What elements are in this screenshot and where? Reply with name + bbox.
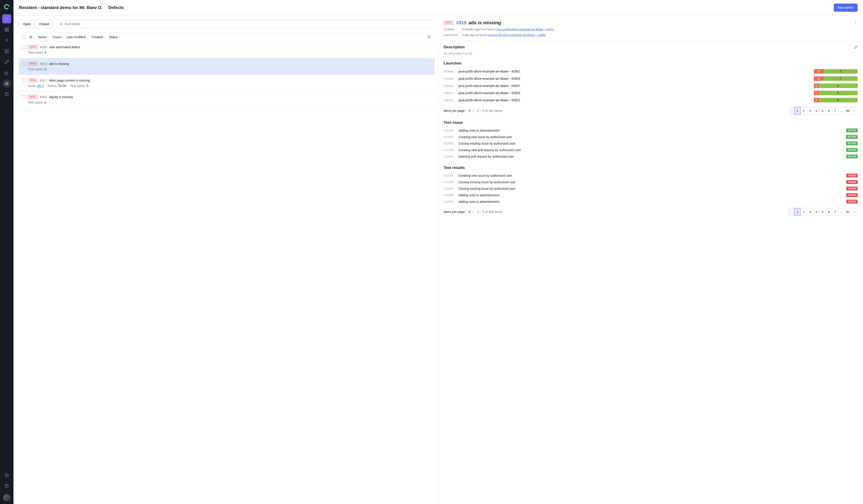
defect-row[interactable]: OPEN #453 dignity is missing Test cases:…	[19, 91, 435, 108]
pager-page[interactable]: 82	[845, 208, 851, 216]
launch-name: java-junit5-allure-example-ae-4baev - #2…	[459, 69, 812, 73]
toggle-closed[interactable]: Closed	[35, 20, 53, 28]
sidebar-item-plans[interactable]	[2, 47, 11, 56]
logo[interactable]	[3, 3, 11, 11]
pager-page[interactable]: 7	[832, 208, 838, 216]
sidebar-item-project[interactable]: 👾	[2, 14, 11, 23]
row-checkbox[interactable]	[22, 95, 26, 99]
detail-id[interactable]: #315	[456, 20, 467, 25]
defect-row[interactable]: OPEN #315 ads is missing Test cases: 5	[19, 58, 435, 75]
testcase-id: #12381	[443, 135, 456, 139]
pager-page[interactable]: 2	[801, 107, 807, 114]
pager-page[interactable]: 2	[801, 208, 807, 216]
col-status[interactable]: Status▲▼	[109, 35, 120, 39]
testcase-row[interactable]: #12383 Creating new pull request by auth…	[443, 147, 858, 153]
testresult-row[interactable]: #12380 Adding note to advertisement FAIL…	[443, 198, 858, 205]
passed-count: 8	[819, 98, 858, 102]
failed-count: 1	[814, 83, 819, 88]
pager-page[interactable]: 3	[807, 107, 813, 114]
testresult-id: #12380	[443, 193, 456, 197]
launch-row[interactable]: #30442 java-junit5-allure-example-ae-4ba…	[443, 75, 858, 82]
pager-prev[interactable]	[788, 208, 795, 216]
analytics-icon	[4, 70, 9, 75]
sidebar-item-jobs[interactable]	[2, 90, 11, 99]
svg-point-8	[60, 23, 62, 25]
pager-page[interactable]: 6	[826, 208, 832, 216]
status-badge-failed: FAILED	[846, 193, 858, 197]
col-lastmodified[interactable]: Last modified▲▼	[67, 35, 88, 39]
launch-row[interactable]: #30419 java-junit5-allure-example-ae-4ba…	[443, 96, 858, 104]
launch-id: #30440	[443, 84, 456, 88]
pager-page[interactable]: 69	[845, 107, 851, 114]
pager-page[interactable]: 6	[826, 107, 832, 114]
more-icon[interactable]	[853, 21, 858, 25]
testresult-row[interactable]: #12382 Closing existing issue by authori…	[443, 179, 858, 185]
testcase-row[interactable]: #12380 Adding note to advertisement ACTI…	[443, 127, 858, 134]
launch-row[interactable]: #30421 java-junit5-allure-example-ae-4ba…	[443, 89, 858, 96]
testcase-name: Adding note to advertisement	[459, 129, 844, 132]
pager-page[interactable]: ...	[838, 107, 845, 114]
sidebar-item-dashboard[interactable]	[2, 25, 11, 34]
launch-row[interactable]: #30446 java-junit5-allure-example-ae-4ba…	[443, 68, 858, 75]
status-badge-active: ACTIVE	[846, 142, 858, 145]
svg-point-12	[855, 24, 856, 24]
launches-page-size[interactable]: 5	[468, 109, 474, 113]
created-link[interactable]: java-junit5-allure-example-ae-4baev - #1…	[497, 28, 554, 31]
user-avatar[interactable]	[3, 494, 10, 501]
defect-row[interactable]: OPEN #293 new automated defect Test case…	[19, 41, 435, 58]
testresult-name: Closing existing issue by authorized use…	[459, 187, 844, 191]
pager-page[interactable]: ...	[838, 208, 845, 216]
table-header: Id▲▼ Name▲▼ Count▲▼ Last modified▲▼ Crea…	[19, 33, 435, 41]
created-label: Created:	[443, 28, 459, 31]
testresult-id: #12382	[443, 187, 456, 190]
row-checkbox[interactable]	[22, 79, 26, 82]
toggle-open[interactable]: Open	[19, 20, 35, 28]
pager-prev[interactable]	[788, 107, 795, 114]
sidebar-help[interactable]	[2, 481, 11, 491]
sidebar-item-launches[interactable]	[2, 57, 11, 66]
breadcrumb-project[interactable]: Resident - standard demo for Mr. Baev D.	[19, 5, 102, 10]
sidebar-item-defects[interactable]	[2, 79, 11, 88]
pager-next[interactable]	[851, 107, 858, 114]
edit-icon[interactable]	[854, 46, 858, 49]
pager-page[interactable]: 4	[813, 208, 820, 216]
testresult-row[interactable]: #12380 Adding note to advertisement FAIL…	[443, 192, 858, 198]
testcase-row[interactable]: #12382 Closing existing issue by authori…	[443, 140, 858, 147]
issue-link[interactable]: AE-7	[37, 84, 44, 88]
row-checkbox[interactable]	[22, 62, 26, 66]
testcase-id: #12382	[443, 142, 456, 145]
search-input[interactable]	[63, 20, 432, 28]
col-count[interactable]: Count▲▼	[52, 35, 63, 39]
failed-count: 1	[814, 98, 819, 102]
pager-next[interactable]	[851, 208, 858, 216]
testcase-row[interactable]: #12384 Deleting pull request by authoriz…	[443, 153, 858, 160]
pager-page[interactable]: 4	[813, 107, 820, 114]
columns-icon[interactable]	[427, 35, 431, 39]
pager-page[interactable]: 7	[832, 107, 838, 114]
pager-page[interactable]: 3	[807, 208, 813, 216]
lastfound-link[interactable]: java-junit5-allure-example-ae-4baev - #2…	[488, 33, 546, 37]
pager-page[interactable]: 5	[820, 107, 826, 114]
launch-row[interactable]: #30440 java-junit5-allure-example-ae-4ba…	[443, 82, 858, 89]
alien-icon: 👾	[4, 16, 9, 21]
pager-page[interactable]: 1	[795, 107, 801, 114]
testcase-row[interactable]: #12381 Creating new issue by authorized …	[443, 134, 858, 140]
row-checkbox[interactable]	[22, 46, 26, 49]
pager-page[interactable]: 1	[795, 208, 801, 216]
sidebar-add[interactable]	[2, 471, 11, 480]
breadcrumb-page: Defects	[108, 5, 124, 10]
testresult-row[interactable]: #12382 Closing existing issue by authori…	[443, 185, 858, 192]
col-name[interactable]: Name▲▼	[38, 35, 49, 39]
testresult-row[interactable]: #12381 Creating new issue by authorized …	[443, 172, 858, 179]
sidebar-item-analytics[interactable]	[2, 68, 11, 77]
sidebar-item-testcases[interactable]	[2, 36, 11, 45]
pager-page[interactable]: 5	[820, 208, 826, 216]
select-all-checkbox[interactable]	[22, 35, 26, 39]
defect-row[interactable]: OPEN #317 Main page content is missing I…	[19, 75, 435, 91]
col-id[interactable]: Id▲▼	[29, 35, 34, 39]
new-defect-button[interactable]: New defect	[834, 4, 858, 12]
testresults-page-size[interactable]: 5	[468, 210, 474, 214]
launch-bar: 2 7	[814, 76, 858, 81]
col-created[interactable]: Created▲▼	[91, 35, 105, 39]
status-badge: OPEN	[28, 78, 38, 82]
